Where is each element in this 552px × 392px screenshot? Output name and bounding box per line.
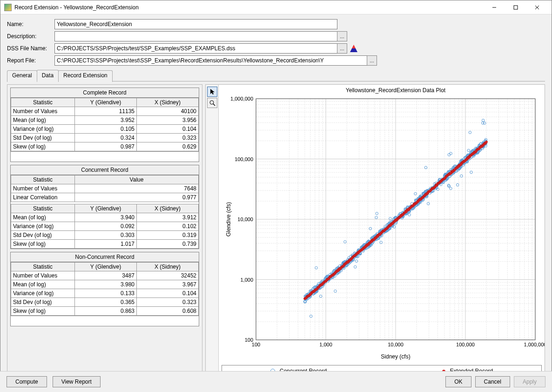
description-browse-button[interactable]: … [337,31,347,41]
svg-text:10,000: 10,000 [388,342,404,347]
concurrent-record-table: Concurrent Record Statistic Value Number… [10,165,199,249]
svg-rect-1 [514,6,518,9]
table-row: Skew (of log)1.0170.739 [11,240,199,249]
description-label: Description: [7,33,54,40]
report-file-label: Report File: [7,57,54,64]
table-row: Linear Correlation0.977 [11,193,199,202]
svg-text:1,000: 1,000 [319,342,332,347]
svg-point-1330 [485,141,488,143]
col-header: X (Sidney) [137,204,199,213]
tab-general[interactable]: General [7,70,37,82]
col-header: X (Sidney) [137,263,199,271]
nonconcurrent-record-table: Non-Concurrent Record Statistic Y (Glend… [10,252,199,326]
description-input[interactable] [54,31,337,41]
window-titlebar: Record Extension - Yellowstone_RecordExt… [0,0,552,14]
svg-text:Sidney (cfs): Sidney (cfs) [381,353,410,360]
table-row: Std Dev (of log)0.3650.323 [11,298,199,307]
svg-text:10,000: 10,000 [237,216,253,222]
svg-point-521 [310,315,312,318]
svg-text:100,000: 100,000 [456,342,475,347]
tab-strip: General Data Record Extension [7,69,545,81]
report-file-browse-button[interactable]: … [367,55,377,66]
report-file-input[interactable] [54,55,367,66]
svg-text:1,000: 1,000 [240,277,253,283]
svg-point-335 [389,217,392,220]
data-plot[interactable]: 1001,00010,000100,0001,000,0001001,00010… [219,85,545,377]
svg-text:100,000: 100,000 [235,156,253,162]
plot-dss-icon[interactable] [350,45,357,52]
table-row: Variance (of log)0.1330.104 [11,289,199,298]
svg-point-743 [408,214,411,216]
complete-record-table: Complete Record Statistic Y (Glendive) X… [10,88,199,162]
col-header: Y (Glendive) [75,204,137,213]
svg-point-748 [481,122,484,124]
svg-point-931 [482,119,485,122]
tab-data[interactable]: Data [37,70,59,81]
compute-button[interactable]: Compute [7,376,47,387]
table-row: Std Dev (of log)0.3240.323 [11,134,199,142]
table-row: Mean (of log)3.9523.956 [11,116,199,125]
svg-point-698 [355,260,358,263]
view-report-button[interactable]: View Report [53,376,101,387]
svg-point-157 [354,266,357,269]
table-row: Mean (of log)3.9803.967 [11,280,199,289]
table-row: Number of Values7648 [11,184,199,193]
svg-text:Yellowstone_RecordExtension Da: Yellowstone_RecordExtension Data Plot [346,87,446,94]
name-input[interactable] [54,19,337,29]
svg-point-513 [344,241,347,243]
col-header: Statistic [11,98,75,107]
col-header: Statistic [11,263,75,271]
table-row: Variance (of log)0.1050.104 [11,125,199,134]
tab-record-extension[interactable]: Record Extension [58,70,113,82]
empty-area [11,151,199,162]
plot-pane: 1001,00010,000100,0001,000,0001001,00010… [205,84,545,378]
svg-point-730 [427,203,430,205]
col-header: Statistic [11,204,75,213]
apply-button[interactable]: Apply [514,376,545,387]
table-row: Number of Values1113540100 [11,107,199,116]
col-header: X (Sidney) [137,98,199,107]
plot-tool-strip [206,85,219,377]
table-row: Std Dev (of log)0.3030.319 [11,231,199,240]
zoom-tool-icon[interactable] [207,98,217,108]
svg-text:1,000,000: 1,000,000 [230,96,253,101]
svg-point-301 [456,183,459,186]
stats-pane: Complete Record Statistic Y (Glendive) X… [7,84,202,378]
dss-file-input[interactable] [54,43,337,54]
name-label: Name: [7,21,54,27]
dss-file-label: DSS File Name: [7,45,54,52]
bottom-bar: Compute View Report OK Cancel Apply [0,371,552,392]
concurrent-record-title: Concurrent Record [11,165,199,175]
svg-point-619 [414,192,417,195]
table-row: Mean (of log)3.9403.912 [11,213,199,222]
table-row: Skew (of log)0.8630.608 [11,307,199,316]
svg-text:Glendive (cfs): Glendive (cfs) [225,202,232,237]
dss-file-browse-button[interactable]: … [337,43,347,54]
col-header: Value [75,176,199,184]
pointer-tool-icon[interactable] [207,87,217,97]
svg-point-379 [319,295,322,298]
svg-point-877 [334,290,337,293]
close-button[interactable] [526,0,548,14]
svg-point-979 [376,212,378,215]
col-header: Y (Glendive) [75,98,137,107]
svg-point-155 [375,216,378,219]
svg-point-468 [467,149,470,152]
col-header: Y (Glendive) [75,263,137,271]
table-row: Variance (of log)0.0920.102 [11,222,199,231]
col-header: Statistic [11,176,75,184]
svg-text:100: 100 [245,337,253,343]
table-row: Number of Values348732452 [11,271,199,280]
app-icon [4,4,12,11]
ok-button[interactable]: OK [445,376,471,387]
complete-record-title: Complete Record [11,88,199,98]
nonconcurrent-record-title: Non-Concurrent Record [11,252,199,262]
cancel-button[interactable]: Cancel [475,376,510,387]
table-row: Skew (of log)0.9870.629 [11,142,199,151]
minimize-button[interactable] [484,0,505,14]
empty-area [11,316,199,326]
maximize-button[interactable] [505,0,526,14]
svg-point-185 [315,266,318,269]
svg-point-4 [210,101,214,104]
svg-line-5 [213,104,215,106]
